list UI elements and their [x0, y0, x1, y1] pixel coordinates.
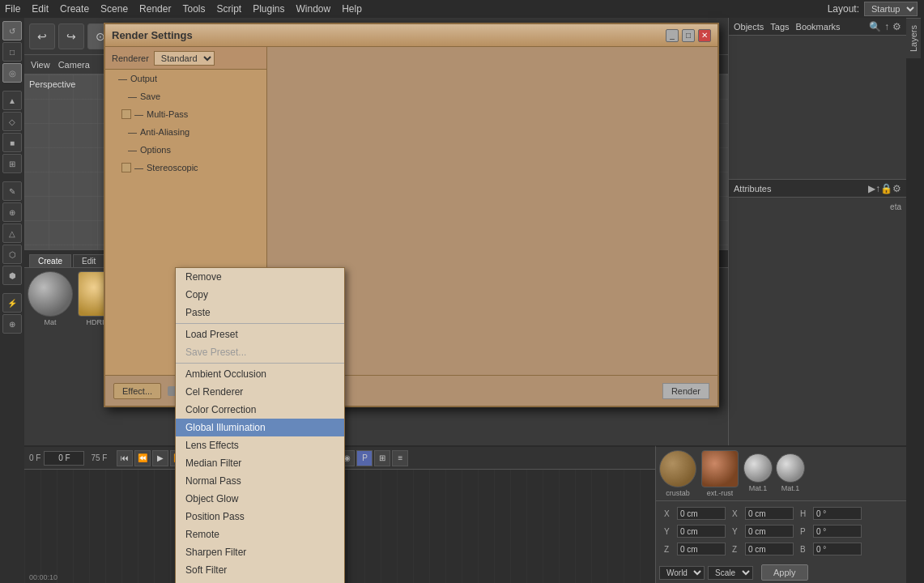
- frame-input[interactable]: [44, 451, 84, 466]
- menu-create[interactable]: Create: [60, 3, 89, 15]
- tree-options[interactable]: —Options: [105, 141, 266, 159]
- undo-btn[interactable]: ↩: [29, 23, 55, 49]
- redo-btn[interactable]: ↪: [58, 23, 84, 49]
- render-button[interactable]: Render: [662, 383, 709, 399]
- ctx-remove[interactable]: Remove: [176, 268, 344, 286]
- ctx-global-illumination[interactable]: Global Illumination: [176, 419, 344, 436]
- coord-y2-input[interactable]: [745, 525, 794, 538]
- coord-swatch-1[interactable]: crustab: [659, 450, 696, 497]
- dialog-close-btn[interactable]: ✕: [698, 29, 711, 42]
- tree-antialiasing[interactable]: —Anti-Aliasing: [105, 123, 266, 141]
- toolbar-axis-btn[interactable]: ⊕: [2, 314, 22, 334]
- ctx-sub-frame-motion-blur[interactable]: Sub-Frame Motion Blur: [176, 579, 344, 583]
- coord-h-input[interactable]: [813, 507, 862, 520]
- ctx-normal-pass[interactable]: Normal Pass: [176, 472, 344, 490]
- stereo-checkbox[interactable]: [121, 163, 131, 172]
- menu-tools[interactable]: Tools: [182, 3, 205, 15]
- menu-render[interactable]: Render: [139, 3, 171, 15]
- tree-stereoscopic[interactable]: —Stereoscopic: [105, 159, 266, 177]
- ctx-paste[interactable]: Paste: [176, 304, 344, 321]
- ctx-object-glow[interactable]: Object Glow: [176, 490, 344, 508]
- toolbar-hex2-btn[interactable]: ⬢: [2, 266, 22, 285]
- coord-z-input[interactable]: [677, 543, 726, 555]
- dialog-minimize-btn[interactable]: _: [666, 29, 679, 42]
- coord-z2-input[interactable]: [745, 543, 794, 555]
- go-start-btn[interactable]: ⏮: [117, 450, 133, 466]
- ctx-soft-filter[interactable]: Soft Filter: [176, 561, 344, 579]
- toolbar-snap-btn[interactable]: ⚡: [2, 293, 22, 313]
- dialog-maximize-btn[interactable]: □: [682, 29, 695, 42]
- mat-swatch-mat[interactable]: Mat: [28, 271, 73, 326]
- coord-x-input[interactable]: [677, 507, 726, 520]
- objects-settings-icon[interactable]: ⚙: [892, 21, 901, 32]
- effect-button[interactable]: Effect...: [113, 383, 161, 399]
- coord-y-input[interactable]: [677, 525, 726, 538]
- ctx-median-filter[interactable]: Median Filter: [176, 454, 344, 472]
- ctx-save-preset[interactable]: Save Preset...: [176, 343, 344, 361]
- coord-sphere1[interactable]: Mat.1: [743, 453, 773, 492]
- coord-z-row: Z Z B: [659, 540, 903, 558]
- tab-objects[interactable]: Objects: [734, 22, 764, 32]
- tree-save[interactable]: —Save: [105, 87, 266, 105]
- multipass-checkbox[interactable]: [121, 109, 131, 119]
- coord-scale-select[interactable]: Scale: [708, 566, 753, 580]
- tab-tags[interactable]: Tags: [770, 22, 789, 32]
- ctx-remote[interactable]: Remote: [176, 526, 344, 543]
- coord-p-input[interactable]: [813, 525, 862, 538]
- ctx-load-preset[interactable]: Load Preset: [176, 326, 344, 343]
- toolbar-cube-btn[interactable]: ■: [2, 133, 22, 152]
- grid-btn[interactable]: ⊞: [374, 450, 390, 466]
- viewport-view-menu[interactable]: View: [31, 60, 50, 70]
- menu-window[interactable]: Window: [296, 3, 331, 15]
- apply-button[interactable]: Apply: [761, 564, 808, 581]
- renderer-select[interactable]: Standard: [154, 51, 215, 66]
- blue-btn[interactable]: P: [356, 450, 373, 466]
- layout-select[interactable]: Startup: [864, 2, 918, 16]
- tree-output[interactable]: —Output: [105, 70, 266, 87]
- menu-scene[interactable]: Scene: [100, 3, 128, 15]
- ctx-position-pass[interactable]: Position Pass: [176, 508, 344, 526]
- step-back-btn[interactable]: ⏪: [134, 450, 151, 466]
- coord-sphere2[interactable]: Mat.1: [776, 453, 805, 492]
- ctx-sharpen-filter[interactable]: Sharpen Filter: [176, 543, 344, 561]
- ctx-copy[interactable]: Copy: [176, 286, 344, 304]
- coord-b-input[interactable]: [813, 543, 862, 555]
- toolbar-tri-btn[interactable]: △: [2, 223, 22, 243]
- toolbar-null-btn[interactable]: ◇: [2, 112, 22, 131]
- coord-world-select[interactable]: World: [659, 566, 705, 580]
- menu-edit[interactable]: Edit: [32, 3, 49, 15]
- attr-settings-icon2[interactable]: ⚙: [892, 183, 901, 194]
- tab-edit[interactable]: Edit: [73, 254, 104, 267]
- toolbar-pen-btn[interactable]: ✎: [2, 181, 22, 201]
- toolbar-active-btn[interactable]: ◎: [2, 63, 22, 83]
- ctx-cel-renderer[interactable]: Cel Renderer: [176, 383, 344, 401]
- toolbar-mesh-btn[interactable]: ⊞: [2, 154, 22, 173]
- tab-bookmarks[interactable]: Bookmarks: [796, 22, 841, 32]
- search-icon[interactable]: 🔍: [869, 21, 881, 32]
- ctx-ambient-occlusion[interactable]: Ambient Occlusion: [176, 365, 344, 383]
- coord-x2-input[interactable]: [745, 507, 794, 520]
- menu-help[interactable]: Help: [342, 3, 362, 15]
- right-tab-layers[interactable]: Layers: [906, 18, 921, 58]
- menu-script[interactable]: Script: [216, 3, 241, 15]
- toolbar-scale-btn[interactable]: □: [2, 42, 22, 62]
- ctx-lens-effects[interactable]: Lens Effects: [176, 436, 344, 454]
- menu-plugins[interactable]: Plugins: [253, 3, 284, 15]
- attribute-tabbar: Attributes ▶ ↑ 🔒 ⚙: [729, 180, 906, 198]
- tree-multipass[interactable]: —Multi-Pass: [105, 105, 266, 123]
- menu-file[interactable]: File: [5, 3, 20, 15]
- toolbar-select-btn[interactable]: ⊕: [2, 202, 22, 222]
- viewport-camera-menu[interactable]: Camera: [58, 60, 90, 70]
- tab-create[interactable]: Create: [29, 254, 71, 267]
- toolbar-polygon-btn[interactable]: ▲: [2, 91, 22, 110]
- toolbar-move-btn[interactable]: ↺: [2, 21, 22, 40]
- list-btn[interactable]: ≡: [392, 450, 408, 466]
- coord-swatch-2[interactable]: ext.-rust: [701, 450, 739, 497]
- attr-right-arrow[interactable]: ▶: [868, 183, 875, 194]
- attr-lock-icon[interactable]: 🔒: [880, 183, 892, 194]
- play-btn[interactable]: ▶: [152, 450, 168, 466]
- ctx-color-correction[interactable]: Color Correction: [176, 401, 344, 419]
- objects-up-icon[interactable]: ↑: [884, 21, 889, 32]
- top-menubar: File Edit Create Scene Render Tools Scri…: [0, 0, 924, 18]
- toolbar-hex-btn[interactable]: ⬡: [2, 245, 22, 264]
